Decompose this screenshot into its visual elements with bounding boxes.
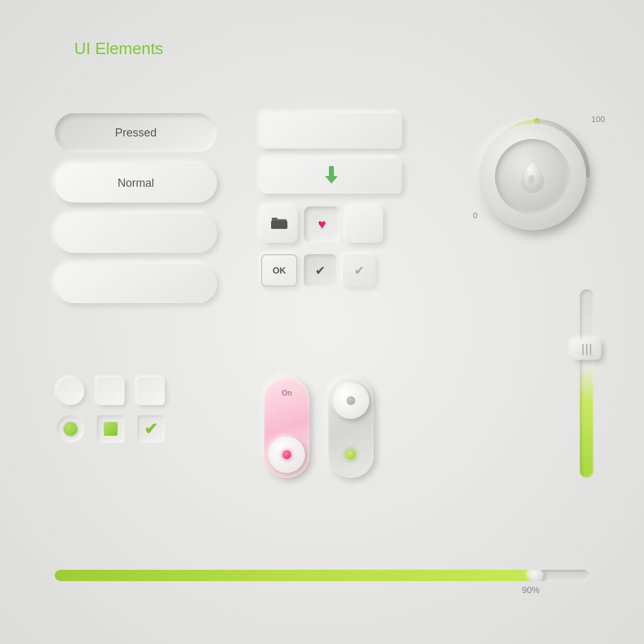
checkbox-fill	[104, 422, 118, 436]
toggle-off[interactable]: Off	[328, 377, 374, 478]
checkbox-unchecked-1[interactable]	[97, 377, 125, 405]
toggle-on-label: On	[282, 389, 292, 397]
knob-label-min: 0	[473, 211, 477, 220]
folder-icon	[271, 216, 287, 233]
slider-line-1	[582, 344, 584, 355]
progress-bar-label: 90%	[55, 585, 589, 595]
checkbox-unchecked-2[interactable]	[137, 377, 165, 405]
radio-checked[interactable]	[57, 415, 84, 443]
pressed-button[interactable]: Pressed	[55, 113, 217, 152]
buttons-column: Pressed Normal	[55, 113, 217, 303]
led-dim	[347, 396, 355, 405]
toggle-knob-on	[269, 436, 305, 473]
svg-rect-0	[329, 166, 334, 177]
svg-rect-2	[271, 221, 287, 229]
progress-bar-thumb[interactable]	[528, 570, 543, 581]
folder-button[interactable]	[261, 206, 297, 243]
knob-area: 0 100	[468, 106, 606, 244]
progress-bar-track[interactable]	[55, 570, 589, 581]
progress-bar-area: 90%	[55, 570, 589, 595]
checkmark-green-icon: ✔	[144, 421, 158, 437]
svg-point-4	[528, 175, 535, 184]
knob-inner	[495, 139, 570, 214]
middle-buttons-column: ♥ OK ✔ ✔	[261, 113, 402, 287]
progress-bar-fill	[55, 570, 536, 581]
toggle-on[interactable]: On	[264, 377, 309, 478]
vertical-slider-area	[580, 289, 594, 503]
download-button[interactable]	[261, 158, 402, 194]
check-button-normal[interactable]: ✔	[343, 254, 375, 287]
teardrop-icon	[518, 157, 548, 197]
blank-button-2[interactable]	[55, 264, 217, 303]
led-green	[347, 450, 355, 459]
checkmark-icon-dark: ✔	[315, 263, 326, 278]
heart-icon: ♥	[318, 216, 326, 233]
vertical-slider-track[interactable]	[580, 289, 594, 478]
toggles-area: On Off	[264, 377, 374, 478]
toggle-off-container: Off	[328, 377, 374, 478]
knob-body[interactable]	[479, 123, 586, 230]
check-buttons-row: OK ✔ ✔	[261, 254, 402, 287]
checkbox-tick[interactable]: ✔	[137, 415, 165, 443]
radio-checkbox-area: ✔	[57, 377, 165, 453]
blank-button-1[interactable]	[55, 214, 217, 253]
unchecked-row	[57, 377, 165, 405]
ok-button[interactable]: OK	[261, 254, 297, 287]
radio-unchecked[interactable]	[57, 377, 84, 405]
checkmark-icon-light: ✔	[354, 263, 365, 278]
icon-buttons-row: ♥	[261, 206, 402, 243]
svg-marker-1	[325, 176, 338, 184]
toggle-glow	[341, 445, 360, 464]
slider-line-3	[590, 344, 591, 355]
checked-row: ✔	[57, 415, 165, 443]
radio-dot	[64, 422, 77, 436]
toggle-knob-off	[333, 382, 369, 419]
slider-line-2	[586, 344, 587, 355]
normal-button[interactable]: Normal	[55, 164, 217, 203]
rect-blank-button[interactable]	[261, 113, 402, 148]
knob-arc-container: 0 100	[468, 106, 606, 244]
check-button-pressed[interactable]: ✔	[304, 254, 336, 287]
blank-icon-button[interactable]	[347, 206, 383, 243]
heart-button[interactable]: ♥	[304, 206, 340, 243]
page-title: UI Elements	[74, 39, 164, 58]
knob-label-max: 100	[591, 114, 605, 124]
vertical-slider-knob[interactable]	[572, 340, 601, 360]
download-arrow-icon	[323, 166, 340, 186]
toggle-on-container: On	[264, 377, 309, 478]
checkbox-checked[interactable]	[97, 415, 125, 443]
led-pink	[282, 450, 291, 459]
